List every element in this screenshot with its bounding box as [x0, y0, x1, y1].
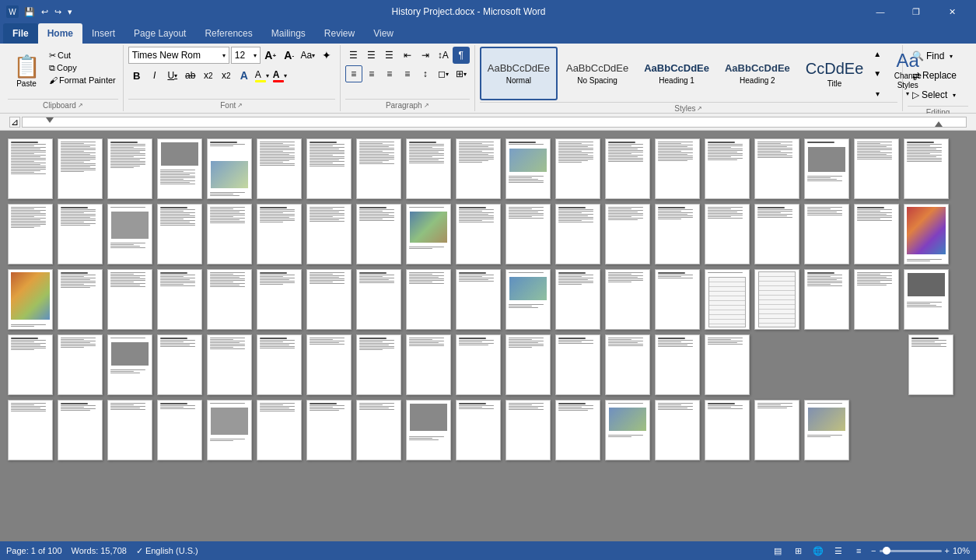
table-row[interactable] — [705, 334, 750, 395]
decrease-indent-button[interactable]: ⇤ — [399, 47, 416, 64]
table-row[interactable] — [157, 334, 202, 395]
save-button[interactable]: 💾 — [22, 5, 37, 19]
table-row[interactable] — [107, 400, 152, 460]
table-row[interactable] — [356, 334, 401, 395]
table-row[interactable] — [8, 204, 53, 264]
style-title[interactable]: CcDdEe Title — [799, 47, 870, 100]
tab-mailings[interactable]: Mailings — [262, 23, 315, 44]
font-name-selector[interactable]: Times New Rom ▾ — [128, 47, 229, 64]
table-row[interactable] — [705, 400, 750, 460]
table-row[interactable] — [306, 204, 352, 264]
table-row[interactable] — [356, 138, 401, 199]
format-painter-button[interactable]: 🖌 Format Painter — [47, 75, 118, 86]
table-row[interactable] — [306, 400, 352, 460]
table-row[interactable] — [904, 138, 949, 199]
table-row[interactable] — [8, 334, 53, 395]
style-no-spacing[interactable]: AaBbCcDdEe No Spacing — [559, 47, 635, 100]
style-heading1[interactable]: AaBbCcDdEe Heading 1 — [637, 47, 716, 100]
document-area[interactable] — [0, 131, 976, 541]
zoom-thumb[interactable] — [883, 547, 890, 555]
table-row[interactable] — [505, 334, 551, 395]
table-row[interactable] — [257, 334, 302, 395]
table-row[interactable] — [804, 269, 849, 330]
table-row[interactable] — [58, 204, 103, 264]
align-left-button[interactable]: ≡ — [345, 65, 362, 82]
replace-button[interactable]: ⇄ Replace — [908, 66, 961, 85]
table-row[interactable] — [555, 400, 600, 460]
tab-page-layout[interactable]: Page Layout — [124, 23, 195, 44]
table-row[interactable] — [505, 269, 551, 330]
table-row[interactable] — [456, 400, 501, 460]
styles-scroll-down[interactable]: ▼ — [872, 68, 883, 79]
draft-button[interactable]: ≡ — [851, 544, 866, 558]
bullets-button[interactable]: ☰ — [345, 47, 362, 64]
table-row[interactable] — [804, 204, 849, 264]
table-row[interactable] — [754, 269, 799, 330]
table-row[interactable] — [904, 269, 949, 330]
table-row[interactable] — [655, 204, 700, 264]
table-row[interactable] — [58, 334, 103, 395]
border-button[interactable]: ⊞▾ — [453, 65, 470, 82]
style-normal[interactable]: AaBbCcDdEe Normal — [480, 47, 558, 100]
styles-scroll-up[interactable]: ▲ — [872, 48, 883, 59]
tab-review[interactable]: Review — [315, 23, 364, 44]
increase-indent-button[interactable]: ⇥ — [417, 47, 434, 64]
tab-insert[interactable]: Insert — [82, 23, 124, 44]
table-row[interactable] — [58, 269, 103, 330]
table-row[interactable] — [456, 138, 501, 199]
table-row[interactable] — [406, 400, 451, 460]
table-row[interactable] — [655, 334, 700, 395]
table-row[interactable] — [356, 269, 401, 330]
table-row[interactable] — [505, 400, 551, 460]
align-right-button[interactable]: ≡ — [381, 65, 398, 82]
table-row[interactable] — [605, 400, 650, 460]
table-row[interactable] — [605, 334, 650, 395]
tab-file[interactable]: File — [3, 23, 38, 44]
table-row[interactable] — [406, 334, 451, 395]
justify-button[interactable]: ≡ — [399, 65, 416, 82]
table-row[interactable] — [655, 138, 700, 199]
table-row[interactable] — [754, 138, 799, 199]
table-row[interactable] — [754, 400, 799, 460]
close-button[interactable]: ✕ — [934, 0, 970, 23]
minimize-button[interactable]: — — [862, 0, 898, 23]
find-button[interactable]: 🔍 Find ▾ — [908, 47, 957, 65]
italic-button[interactable]: I — [146, 67, 163, 84]
table-row[interactable] — [555, 269, 600, 330]
numbering-button[interactable]: ☰ — [363, 47, 380, 64]
table-row[interactable] — [207, 334, 252, 395]
table-row[interactable] — [107, 269, 152, 330]
table-row[interactable] — [456, 334, 501, 395]
table-row[interactable] — [257, 269, 302, 330]
table-row[interactable] — [904, 204, 949, 264]
table-row[interactable] — [157, 138, 202, 199]
table-row[interactable] — [705, 269, 750, 330]
tab-references[interactable]: References — [195, 23, 261, 44]
ruler-bar[interactable] — [22, 117, 967, 128]
table-row[interactable] — [456, 204, 501, 264]
tab-home[interactable]: Home — [38, 23, 82, 44]
table-row[interactable] — [406, 204, 451, 264]
align-center-button[interactable]: ≡ — [363, 65, 380, 82]
select-button[interactable]: ▷ Select ▾ — [908, 86, 960, 104]
shading-button[interactable]: ◻▾ — [435, 65, 452, 82]
table-row[interactable] — [8, 138, 53, 199]
table-row[interactable] — [356, 400, 401, 460]
clear-formatting-button[interactable]: ✦ — [318, 47, 335, 64]
font-color-button[interactable]: A ▾ — [271, 67, 289, 84]
table-row[interactable] — [854, 269, 899, 330]
table-row[interactable] — [406, 269, 451, 330]
strikethrough-button[interactable]: ab — [182, 67, 199, 84]
table-row[interactable] — [406, 138, 451, 199]
quick-access-more-button[interactable]: ▾ — [65, 5, 75, 19]
table-row[interactable] — [705, 204, 750, 264]
table-row[interactable] — [257, 400, 302, 460]
full-screen-reading-button[interactable]: ⊞ — [790, 544, 806, 558]
table-row[interactable] — [306, 269, 352, 330]
table-row[interactable] — [655, 400, 700, 460]
table-row[interactable] — [306, 138, 352, 199]
ruler-indent-left[interactable] — [46, 117, 54, 123]
superscript-button[interactable]: x2 — [218, 67, 235, 84]
zoom-track[interactable] — [880, 550, 942, 552]
style-heading2[interactable]: AaBbCcDdEe Heading 2 — [718, 47, 797, 100]
